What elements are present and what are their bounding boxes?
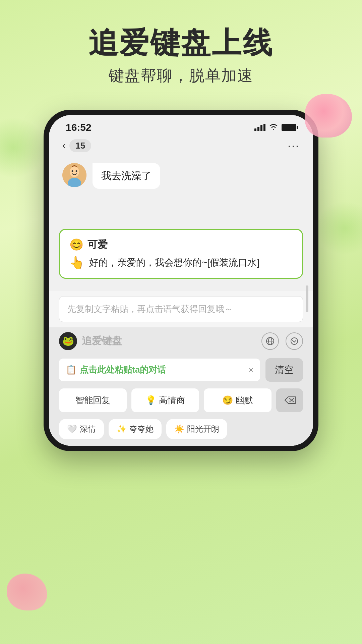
- sub-title: 键盘帮聊，脱单加速: [0, 65, 362, 86]
- ai-hand-icon: 👆: [69, 256, 84, 270]
- globe-button[interactable]: [261, 332, 279, 350]
- paste-input-field[interactable]: 先复制文字粘贴，再点击语气获得回复哦～: [59, 296, 303, 322]
- paste-text-area[interactable]: 📋 点击此处粘贴ta的对话 ×: [59, 359, 260, 381]
- quick-btn-high-eq[interactable]: 💡 高情商: [131, 388, 199, 412]
- tag-chip-passionate[interactable]: 🤍 深情: [59, 419, 104, 439]
- decorative-heart-blob-2: [7, 574, 47, 610]
- paste-label: 📋 点击此处粘贴ta的对话: [66, 364, 166, 376]
- keyboard-logo-icon: 🐸: [59, 332, 77, 350]
- ai-suggestion-box[interactable]: 😊 可爱 👆 好的，亲爱的，我会想你的~[假装流口水]: [59, 229, 303, 279]
- back-arrow-icon[interactable]: ‹: [62, 140, 65, 151]
- nav-bar: ‹ 15 ···: [49, 137, 313, 156]
- nav-badge: 15: [69, 139, 91, 152]
- svg-point-4: [72, 170, 73, 172]
- avatar: [62, 163, 86, 187]
- delete-button[interactable]: [276, 388, 303, 412]
- humor-icon: 😏: [222, 395, 233, 405]
- svg-point-5: [76, 170, 77, 172]
- keyboard-area: 先复制文字粘贴，再点击语气获得回复哦～ 🐸 追爱键盘: [49, 291, 313, 446]
- battery-icon: [282, 124, 296, 131]
- quick-buttons-row: 智能回复 💡 高情商 😏 幽默: [49, 385, 313, 416]
- keyboard-name-label: 追爱键盘: [82, 334, 122, 348]
- quick-btn-smart-reply[interactable]: 智能回复: [59, 388, 127, 412]
- ai-label: 可爱: [87, 238, 108, 252]
- ai-suggestion-header: 😊 可爱: [69, 238, 293, 252]
- svg-point-10: [291, 338, 298, 344]
- phone-mockup: 16:52: [44, 110, 318, 451]
- ai-emoji: 😊: [69, 238, 83, 251]
- keyboard-right-icons: [261, 332, 303, 350]
- nav-back[interactable]: ‹ 15: [62, 139, 91, 152]
- paste-bar: 📋 点击此处粘贴ta的对话 × 清空: [49, 355, 313, 385]
- scrollbar: [306, 285, 308, 312]
- tag-chip-sunshine[interactable]: ☀️ 阳光开朗: [166, 419, 227, 439]
- keyboard-logo-area: 🐸 追爱键盘: [59, 332, 122, 350]
- paste-icon: 📋: [66, 365, 76, 375]
- quick-btn-humor[interactable]: 😏 幽默: [204, 388, 272, 412]
- collapse-button[interactable]: [286, 332, 303, 350]
- ai-suggestion-content: 👆 好的，亲爱的，我会想你的~[假装流口水]: [69, 256, 293, 270]
- tag-chips-row: 🤍 深情 ✨ 夸夸她 ☀️ 阳光开朗: [49, 416, 313, 446]
- received-bubble: 我去洗澡了: [93, 163, 160, 189]
- svg-point-3: [70, 166, 79, 177]
- tag-chip-praise[interactable]: ✨ 夸夸她: [109, 419, 162, 439]
- passionate-icon: 🤍: [67, 424, 77, 434]
- wifi-icon: [269, 123, 278, 132]
- decorative-heart-blob: [305, 94, 352, 138]
- high-eq-icon: 💡: [145, 395, 156, 405]
- clear-button[interactable]: 清空: [265, 358, 303, 382]
- keyboard-header: 🐸 追爱键盘: [49, 327, 313, 355]
- phone-frame: 16:52: [44, 110, 318, 451]
- praise-icon: ✨: [117, 424, 127, 434]
- main-title: 追爱键盘上线: [0, 27, 362, 59]
- paste-close-button[interactable]: ×: [249, 365, 253, 375]
- status-icons: [254, 123, 296, 132]
- received-message: 我去洗澡了: [62, 163, 300, 189]
- signal-icon: [254, 124, 265, 131]
- sunshine-icon: ☀️: [174, 424, 184, 434]
- input-row: 先复制文字粘贴，再点击语气获得回复哦～: [49, 291, 313, 327]
- status-bar: 16:52: [49, 115, 313, 137]
- nav-more-button[interactable]: ···: [288, 140, 300, 152]
- chat-area: 我去洗澡了: [49, 156, 313, 223]
- phone-screen: 16:52: [49, 115, 313, 446]
- status-time: 16:52: [66, 122, 92, 133]
- ai-suggestion-text: 好的，亲爱的，我会想你的~[假装流口水]: [89, 256, 259, 270]
- header-section: 追爱键盘上线 键盘帮聊，脱单加速: [0, 0, 362, 100]
